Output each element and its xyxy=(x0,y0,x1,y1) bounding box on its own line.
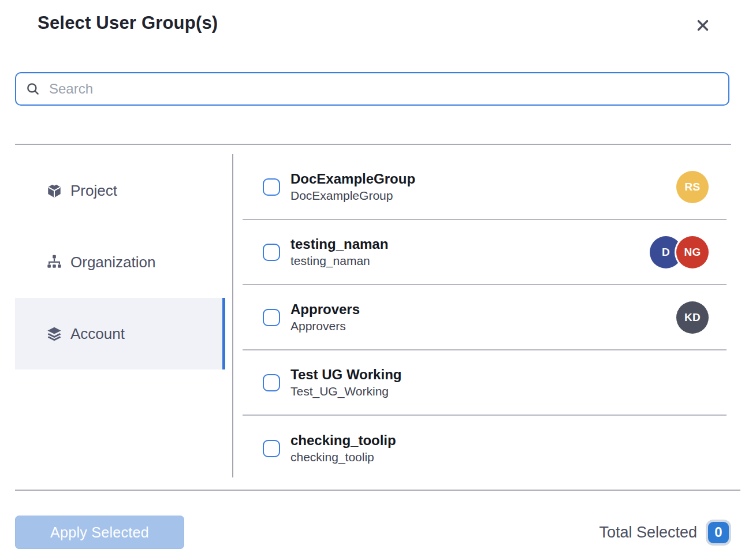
total-selected-count-badge: 0 xyxy=(708,522,729,543)
group-subtitle: Test_UG_Working xyxy=(290,383,401,400)
select-user-group-modal: Select User Group(s) Project xyxy=(0,0,745,560)
group-checkbox[interactable] xyxy=(263,244,280,261)
group-row-docexamplegroup: DocExampleGroup DocExampleGroup RS xyxy=(243,155,727,220)
org-hierarchy-icon xyxy=(46,254,62,270)
footer-divider xyxy=(15,490,740,491)
cube-icon xyxy=(46,182,62,199)
group-subtitle: DocExampleGroup xyxy=(290,188,415,204)
group-subtitle: checking_toolip xyxy=(290,449,396,465)
sidebar-divider xyxy=(232,154,233,477)
sidebar-item-account[interactable]: Account xyxy=(15,298,225,369)
search-icon xyxy=(25,81,40,96)
sidebar-item-label: Account xyxy=(70,325,125,343)
avatar: RS xyxy=(676,171,709,203)
group-subtitle: Approvers xyxy=(290,318,360,334)
group-name: Approvers xyxy=(290,300,360,318)
layers-icon xyxy=(46,326,62,342)
group-checkbox[interactable] xyxy=(263,178,280,196)
group-name: DocExampleGroup xyxy=(290,170,415,188)
sidebar-item-label: Organization xyxy=(70,253,155,271)
group-checkbox[interactable] xyxy=(263,309,280,326)
total-selected-label: Total Selected xyxy=(599,524,697,542)
group-avatars: KD xyxy=(676,301,709,334)
apply-selected-button[interactable]: Apply Selected xyxy=(15,516,184,549)
avatar: KD xyxy=(676,301,709,334)
group-row-approvers: Approvers Approvers KD xyxy=(243,285,727,350)
group-row-testing-naman: testing_naman testing_naman D NG xyxy=(243,220,727,285)
total-selected: Total Selected 0 xyxy=(599,521,729,543)
close-icon xyxy=(694,17,712,36)
group-checkbox[interactable] xyxy=(263,440,280,457)
group-name: Test UG Working xyxy=(290,365,401,383)
group-row-test-ug-working: Test UG Working Test_UG_Working xyxy=(243,350,727,416)
sidebar-item-organization[interactable]: Organization xyxy=(15,226,225,298)
group-avatars: RS xyxy=(676,171,709,203)
page-title: Select User Group(s) xyxy=(38,13,218,33)
group-checkbox[interactable] xyxy=(263,374,280,391)
sidebar-item-project[interactable]: Project xyxy=(15,155,225,226)
avatar: NG xyxy=(676,236,709,268)
search-input[interactable] xyxy=(49,81,719,97)
group-subtitle: testing_naman xyxy=(290,253,388,269)
scope-sidebar: Project Organization Account xyxy=(15,155,225,369)
header-divider xyxy=(15,144,731,145)
group-row-checking-toolip: checking_toolip checking_toolip xyxy=(243,416,727,481)
group-name: testing_naman xyxy=(290,235,388,253)
close-button[interactable] xyxy=(692,15,714,37)
search-box xyxy=(15,72,729,106)
group-avatars: D NG xyxy=(650,236,709,268)
user-group-list: DocExampleGroup DocExampleGroup RS testi… xyxy=(243,155,727,481)
sidebar-item-label: Project xyxy=(70,182,117,200)
group-name: checking_toolip xyxy=(290,431,396,449)
